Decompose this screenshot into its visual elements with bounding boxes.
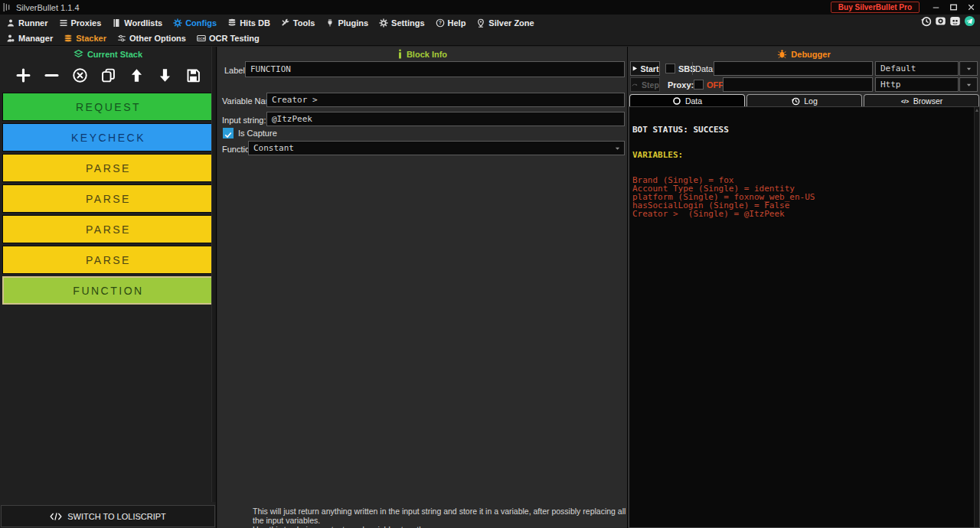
copy-icon: [100, 67, 116, 83]
is-capture-label: Is Capture: [238, 129, 277, 138]
gear-icon: [379, 18, 388, 28]
debugger-tab-log[interactable]: Log: [746, 94, 862, 106]
proxy-label: Proxy:: [668, 80, 694, 90]
data-input[interactable]: [714, 61, 873, 76]
add-block-button[interactable]: [15, 67, 31, 86]
camera-icon: [935, 15, 946, 27]
tray-history-icon[interactable]: [920, 15, 932, 30]
app-title: SilverBullet 1.1.4: [16, 3, 80, 12]
remove-block-button[interactable]: [44, 67, 60, 86]
minimize-icon[interactable]: [927, 0, 945, 15]
menu-item-silver-zone[interactable]: Silver Zone: [476, 18, 534, 28]
clear-stack-button[interactable]: [72, 67, 88, 86]
stack-block-parse[interactable]: PARSE: [2, 246, 214, 274]
menu-item-silver-zone-label: Silver Zone: [488, 18, 534, 28]
arrow-up-icon: [129, 67, 145, 83]
block-info-header: Block Info: [217, 49, 627, 59]
function-select[interactable]: Constant: [248, 141, 625, 155]
tray-camera-icon[interactable]: [935, 15, 946, 30]
title-bar: SilverBullet 1.1.4 Buy SilverBullet Pro: [0, 0, 980, 15]
label-input[interactable]: FUNCTION: [245, 61, 625, 77]
block-stack-list: REQUESTKEYCHECKPARSEPARSEPARSEPARSEFUNCT…: [0, 93, 217, 307]
variable-name-input[interactable]: Creator >: [266, 93, 625, 107]
debugger-tab-data[interactable]: Data: [629, 94, 745, 106]
menu-item-tools[interactable]: Tools: [281, 18, 315, 28]
tools-icon: [281, 18, 290, 28]
submenu-item-ocr-testing-label: OCR Testing: [209, 34, 260, 43]
x-circle-icon: [72, 67, 88, 83]
variables-list: Brand (Single) = foxAccount Type (Single…: [632, 176, 976, 218]
stack-block-parse[interactable]: PARSE: [2, 184, 214, 213]
menu-item-help[interactable]: ?Help: [436, 18, 466, 28]
move-down-button[interactable]: [157, 67, 173, 86]
maximize-icon[interactable]: [945, 0, 962, 15]
switch-to-loliscript-button[interactable]: SWITCH TO LOLISCRIPT: [1, 505, 215, 527]
input-string-input[interactable]: @ItzPeek: [266, 112, 625, 126]
switch-to-loliscript-label: SWITCH TO LOLISCRIPT: [67, 512, 166, 521]
discord-icon: [949, 15, 961, 27]
tray-discord-icon[interactable]: [949, 15, 961, 30]
submenu-item-other-options[interactable]: Other Options: [117, 34, 186, 43]
log-scrollbar[interactable]: [974, 107, 979, 527]
stack-scrollbar[interactable]: [211, 47, 216, 502]
proxy-input[interactable]: [723, 77, 873, 92]
debugger-tab-browser[interactable]: </>Browser: [864, 94, 979, 106]
sliders-icon: [117, 34, 126, 43]
wordlist-type-dropdown-button[interactable]: [959, 61, 978, 76]
submenu-item-manager[interactable]: Manager: [6, 34, 53, 43]
submenu-item-manager-label: Manager: [18, 34, 53, 43]
stack-block-function[interactable]: FUNCTION: [2, 276, 214, 305]
menu-item-plugins-label: Plugins: [338, 18, 368, 28]
layers-icon: [74, 49, 83, 59]
wordlist-type-value: Default: [880, 64, 916, 73]
submenu-item-ocr-testing[interactable]: OCROCR Testing: [197, 34, 260, 43]
stack-block-parse[interactable]: PARSE: [2, 215, 214, 243]
close-icon[interactable]: [962, 0, 980, 15]
menu-item-hits-db[interactable]: Hits DB: [227, 18, 270, 28]
menu-item-settings[interactable]: Settings: [379, 18, 424, 28]
submenu-item-stacker[interactable]: Stacker: [64, 34, 106, 43]
proxies-icon: [59, 18, 68, 28]
code-icon: [50, 512, 62, 521]
buy-pro-button[interactable]: Buy SilverBullet Pro: [831, 2, 920, 13]
menu-item-hits-db-label: Hits DB: [240, 18, 270, 28]
database-icon: [227, 18, 237, 28]
sbs-checkbox[interactable]: [665, 64, 675, 73]
main-menu-bar: RunnerProxiesWordlistsConfigsHits DBTool…: [0, 15, 980, 31]
menu-item-wordlists[interactable]: Wordlists: [112, 18, 162, 28]
debugger-tab-log-label: Log: [804, 96, 818, 106]
is-capture-checkbox[interactable]: [223, 128, 234, 139]
plus-icon: [15, 67, 31, 83]
tray-telegram-icon[interactable]: [964, 15, 975, 30]
start-button[interactable]: Start: [630, 61, 660, 76]
debugger-log: BOT STATUS: SUCCESS VARIABLES: Brand (Si…: [629, 106, 980, 528]
step-button-label: Step: [642, 80, 659, 90]
proxy-type-select[interactable]: Http: [875, 77, 959, 92]
current-stack-header: Current Stack: [0, 49, 216, 59]
proxy-checkbox[interactable]: [694, 80, 704, 90]
step-button[interactable]: Step: [630, 77, 660, 92]
stack-block-parse[interactable]: PARSE: [2, 154, 214, 182]
code-icon: </>: [900, 96, 910, 106]
menu-item-proxies[interactable]: Proxies: [59, 18, 102, 28]
label-field-label: Label:: [224, 66, 247, 75]
block-info-panel: Block Info Label: FUNCTION Variable Name…: [217, 47, 627, 528]
clone-block-button[interactable]: [100, 67, 116, 86]
block-info-title: Block Info: [407, 50, 447, 59]
stack-block-request[interactable]: REQUEST: [2, 93, 214, 121]
menu-item-help-label: Help: [448, 18, 466, 28]
proxy-type-dropdown-button[interactable]: [959, 77, 978, 92]
move-up-button[interactable]: [129, 67, 145, 86]
help-icon: ?: [436, 18, 445, 28]
menu-item-configs[interactable]: Configs: [173, 18, 217, 28]
stack-toolbar: [0, 60, 217, 93]
wordlist-type-select[interactable]: Default: [875, 61, 959, 76]
ring-icon: [672, 96, 681, 106]
menu-item-configs-label: Configs: [185, 18, 217, 28]
stack-block-keycheck[interactable]: KEYCHECK: [2, 123, 214, 152]
debugger-panel: Debugger Start SBS Data: Default Step: [627, 47, 980, 528]
menu-item-runner[interactable]: Runner: [6, 18, 48, 28]
save-config-button[interactable]: [185, 67, 201, 86]
chevron-down-icon: [614, 145, 621, 152]
menu-item-plugins[interactable]: Plugins: [325, 18, 368, 28]
